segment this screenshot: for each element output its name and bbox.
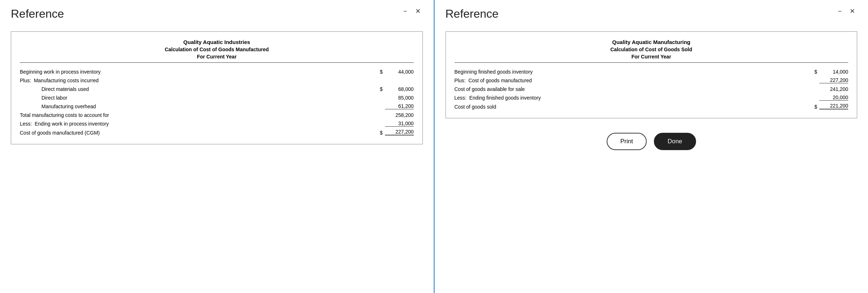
left-period: For Current Year bbox=[20, 54, 414, 63]
print-button[interactable]: Print bbox=[607, 133, 647, 150]
left-report-title: Calculation of Cost of Goods Manufacture… bbox=[20, 47, 414, 52]
table-row: Plus: Cost of goods manufactured227,200 bbox=[455, 76, 849, 84]
table-row: Beginning work in process inventory$44,0… bbox=[20, 67, 414, 76]
left-financial-table: Quality Aquatic Industries Calculation o… bbox=[11, 31, 423, 144]
right-table-header: Quality Aquatic Manufacturing Calculatio… bbox=[455, 39, 849, 63]
right-window-controls: − ✕ bbox=[836, 7, 857, 15]
done-button[interactable]: Done bbox=[654, 133, 696, 150]
table-row: Cost of goods sold$221,200 bbox=[455, 102, 849, 111]
right-financial-table: Quality Aquatic Manufacturing Calculatio… bbox=[446, 31, 858, 118]
left-window-controls: − ✕ bbox=[401, 7, 423, 15]
table-row: Less: Ending finished goods inventory20,… bbox=[455, 93, 849, 102]
buttons-row: Print Done bbox=[446, 133, 858, 150]
left-panel: Reference − ✕ Quality Aquatic Industries… bbox=[0, 0, 435, 293]
table-row: Cost of goods manufactured (CGM)$227,200 bbox=[20, 128, 414, 137]
left-minimize-button[interactable]: − bbox=[401, 7, 409, 15]
table-row: Direct labor85,000 bbox=[20, 93, 414, 102]
left-company-name: Quality Aquatic Industries bbox=[20, 39, 414, 45]
right-report-title: Calculation of Cost of Goods Sold bbox=[455, 47, 849, 52]
right-period: For Current Year bbox=[455, 54, 849, 63]
left-table-header: Quality Aquatic Industries Calculation o… bbox=[20, 39, 414, 63]
right-panel: Reference − ✕ Quality Aquatic Manufactur… bbox=[435, 0, 868, 293]
right-company-name: Quality Aquatic Manufacturing bbox=[455, 39, 849, 45]
left-table-body: Beginning work in process inventory$44,0… bbox=[20, 67, 414, 137]
table-row: Plus: Manufacturing costs incurred bbox=[20, 76, 414, 84]
table-row: Cost of goods available for sale241,200 bbox=[455, 84, 849, 93]
right-panel-title: Reference bbox=[446, 7, 499, 21]
table-row: Total manufacturing costs to account for… bbox=[20, 110, 414, 119]
right-table-body: Beginning finished goods inventory$14,00… bbox=[455, 67, 849, 111]
table-row: Direct materials used$68,000 bbox=[20, 84, 414, 93]
table-row: Manufacturing overhead61,200 bbox=[20, 102, 414, 110]
left-close-button[interactable]: ✕ bbox=[413, 7, 423, 15]
table-row: Beginning finished goods inventory$14,00… bbox=[455, 67, 849, 76]
left-panel-header: Reference − ✕ bbox=[11, 7, 423, 21]
left-panel-title: Reference bbox=[11, 7, 64, 21]
table-row: Less: Ending work in process inventory31… bbox=[20, 119, 414, 128]
right-panel-header: Reference − ✕ bbox=[446, 7, 858, 21]
right-close-button[interactable]: ✕ bbox=[847, 7, 857, 15]
right-minimize-button[interactable]: − bbox=[836, 7, 844, 15]
